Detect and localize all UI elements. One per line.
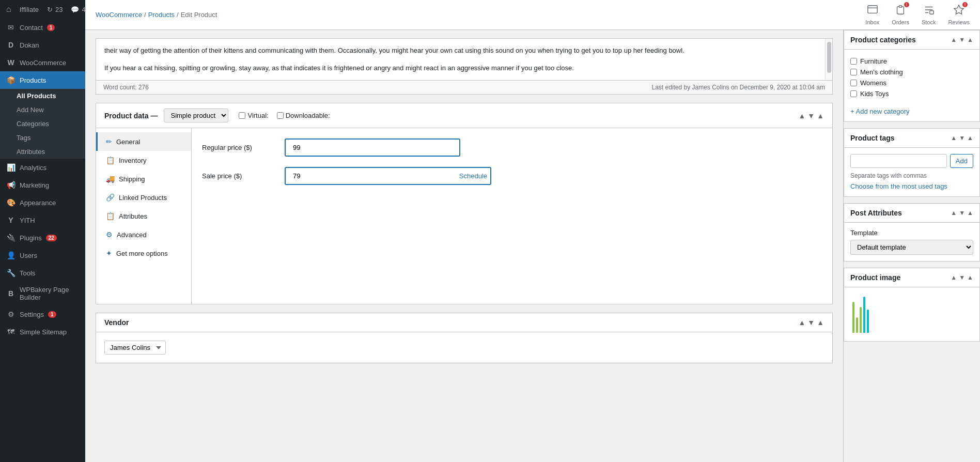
tab-inventory[interactable]: 📋 Inventory — [96, 151, 191, 170]
virtual-checkbox[interactable] — [239, 112, 245, 119]
tags-up-btn[interactable]: ▲ — [951, 134, 957, 142]
regular-price-input-wrapper — [285, 138, 460, 157]
tab-advanced[interactable]: ⚙ Advanced — [96, 225, 191, 244]
sidebar-item-users[interactable]: 👤 Users — [0, 247, 85, 264]
shipping-tab-icon: 🚚 — [106, 175, 115, 183]
downloadable-checkbox[interactable] — [277, 112, 284, 119]
sidebar-item-products[interactable]: 📦 Products — [0, 71, 85, 89]
vendor-up-btn[interactable]: ▲ — [798, 318, 805, 327]
sidebar-item-contact[interactable]: ✉ Contact 1 — [0, 19, 85, 36]
schedule-link[interactable]: Schedule — [459, 172, 487, 180]
downloadable-label[interactable]: Downloadable: — [277, 112, 330, 119]
attributes-tab-label: Attributes — [119, 212, 147, 220]
stock-icon-item[interactable]: Stock — [922, 4, 936, 25]
template-select[interactable]: Default template — [850, 240, 973, 255]
product-image-chart — [850, 294, 973, 335]
tools-icon: 🔧 — [6, 268, 15, 278]
sidebar-item-analytics[interactable]: 📊 Analytics — [0, 159, 85, 176]
comments-link[interactable]: 💬 46 — [71, 6, 85, 13]
description-scrollbar[interactable] — [825, 39, 832, 80]
sale-price-input[interactable] — [289, 170, 455, 182]
dokan-menu-label: Dokan — [20, 41, 39, 49]
main-content: their way of getting the attention of th… — [85, 30, 980, 462]
tags-choose-link[interactable]: Choose from the most used tags — [850, 182, 947, 190]
svg-marker-2 — [954, 5, 963, 14]
vendor-collapse-btn[interactable]: ▲ — [817, 318, 824, 327]
desc-para1: their way of getting the attention of th… — [104, 45, 817, 56]
add-category-link[interactable]: + Add new category — [850, 107, 910, 115]
breadcrumb-products[interactable]: Products — [148, 11, 175, 19]
breadcrumb-woocommerce[interactable]: WooCommerce — [96, 11, 142, 19]
category-item-mens-clothing: Men's clothing — [850, 67, 973, 78]
get-more-tab-label: Get more options — [116, 250, 168, 257]
product-image-collapse-btn[interactable]: ▲ — [967, 274, 973, 281]
sidebar-item-simple-sitemap[interactable]: 🗺 Simple Sitemap — [0, 323, 85, 341]
sidebar-item-woocommerce[interactable]: W WooCommerce — [0, 54, 85, 71]
submenu-tags[interactable]: Tags — [0, 131, 85, 145]
post-attributes-collapse-btn[interactable]: ▲ — [967, 209, 973, 217]
tab-linked-products[interactable]: 🔗 Linked Products — [96, 188, 191, 207]
sidebar-item-plugins[interactable]: 🔌 Plugins 22 — [0, 229, 85, 247]
collapse-btn[interactable]: ▲ — [817, 112, 824, 120]
vendor-down-btn[interactable]: ▼ — [807, 318, 815, 327]
plugins-badge: 22 — [46, 235, 57, 241]
category-checkbox-womens[interactable] — [850, 80, 857, 86]
post-attributes-up-btn[interactable]: ▲ — [951, 209, 957, 217]
tab-get-more[interactable]: ✦ Get more options — [96, 244, 191, 263]
sidebar-item-dokan[interactable]: D Dokan — [0, 36, 85, 54]
product-image-up-btn[interactable]: ▲ — [951, 274, 957, 281]
tab-general[interactable]: ✏ General — [96, 132, 191, 151]
sitemap-label: Simple Sitemap — [20, 328, 67, 336]
tab-attributes[interactable]: 📋 Attributes — [96, 207, 191, 225]
category-checkbox-kids-toys[interactable] — [850, 90, 857, 97]
submenu-attributes[interactable]: Attributes — [0, 145, 85, 159]
reviews-icon-item[interactable]: ! Reviews — [948, 4, 970, 25]
updates-link[interactable]: ↻ 23 — [47, 6, 63, 13]
product-image-body[interactable] — [844, 287, 979, 341]
advanced-tab-icon: ⚙ — [106, 230, 113, 239]
categories-up-btn[interactable]: ▲ — [951, 36, 957, 43]
tab-shipping[interactable]: 🚚 Shipping — [96, 170, 191, 188]
submenu-categories[interactable]: Categories — [0, 117, 85, 131]
tags-add-button[interactable]: Add — [950, 154, 973, 168]
admin-bar-left: ⌂ Iffiliate ↻ 23 💬 46 + New V — [6, 2, 85, 17]
categories-down-btn[interactable]: ▼ — [959, 36, 965, 43]
collapse-down-btn[interactable]: ▼ — [807, 112, 815, 120]
tags-input[interactable] — [850, 154, 947, 168]
vendor-body: James Colins — [96, 332, 832, 363]
sidebar-item-settings[interactable]: ⚙ Settings 1 — [0, 305, 85, 323]
sidebar-item-tools[interactable]: 🔧 Tools — [0, 264, 85, 282]
contact-badge: 1 — [47, 24, 55, 31]
sidebar-item-marketing[interactable]: 📢 Marketing — [0, 176, 85, 194]
virtual-label[interactable]: Virtual: — [239, 112, 268, 119]
submenu-add-new[interactable]: Add New — [0, 103, 85, 117]
category-item-kids-toys: Kids Toys — [850, 88, 973, 99]
sidebar-item-wpbakery[interactable]: B WPBakery Page Builder — [0, 282, 85, 305]
wp-home-link[interactable]: ⌂ — [6, 5, 11, 14]
submenu-all-products[interactable]: All Products — [0, 89, 85, 103]
post-attributes-title: Post Attributes — [850, 209, 902, 217]
shipping-tab-label: Shipping — [119, 175, 145, 183]
category-item-furniture: Furniture — [850, 56, 973, 67]
product-type-select[interactable]: Simple product — [164, 109, 228, 122]
sidebar-item-yith[interactable]: Y YITH — [0, 211, 85, 229]
categories-body: Furniture Men's clothing Womens — [844, 50, 979, 121]
post-attributes-down-btn[interactable]: ▼ — [959, 209, 965, 217]
regular-price-input[interactable] — [289, 141, 456, 154]
categories-collapse-btn[interactable]: ▲ — [967, 36, 973, 43]
post-attributes-controls: ▲ ▼ ▲ — [951, 209, 973, 217]
orders-icon-item[interactable]: ! Orders — [892, 4, 909, 25]
category-checkbox-mens-clothing[interactable] — [850, 69, 857, 75]
svg-rect-1 — [929, 11, 933, 14]
vendor-select[interactable]: James Colins — [104, 341, 166, 355]
tags-collapse-btn[interactable]: ▲ — [967, 134, 973, 142]
sidebar-item-appearance[interactable]: 🎨 Appearance — [0, 194, 85, 211]
iffiliate-link[interactable]: Iffiliate — [20, 6, 39, 13]
marketing-label: Marketing — [20, 181, 49, 189]
category-checkbox-furniture[interactable] — [850, 58, 857, 65]
products-icon: 📦 — [6, 75, 15, 85]
product-image-down-btn[interactable]: ▼ — [959, 274, 965, 281]
tags-down-btn[interactable]: ▼ — [959, 134, 965, 142]
inbox-icon-item[interactable]: Inbox — [865, 4, 879, 25]
collapse-up-btn[interactable]: ▲ — [798, 112, 805, 120]
